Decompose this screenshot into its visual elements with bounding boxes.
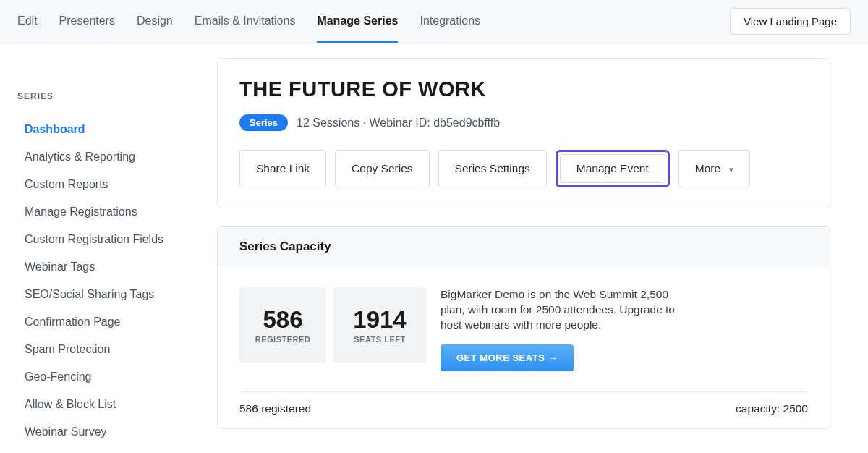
series-capacity-card: Series Capacity 586 REGISTERED 1914 SEAT… — [217, 226, 830, 429]
series-meta-text: 12 Sessions · Webinar ID: db5ed9cbfffb — [297, 117, 500, 130]
series-title: THE FUTURE OF WORK — [239, 77, 808, 101]
sidebar-heading: SERIES — [17, 91, 200, 101]
capacity-description: BigMarker Demo is on the Web Summit 2,50… — [441, 287, 679, 333]
sidebar-item-analytics[interactable]: Analytics & Reporting — [17, 143, 200, 171]
more-button[interactable]: More ▾ — [678, 150, 751, 187]
series-settings-button[interactable]: Series Settings — [438, 150, 547, 187]
series-meta-row: Series 12 Sessions · Webinar ID: db5ed9c… — [239, 114, 808, 131]
sidebar-item-seo-sharing-tags[interactable]: SEO/Social Sharing Tags — [17, 281, 200, 308]
sidebar-item-spam-protection[interactable]: Spam Protection — [17, 336, 200, 363]
tab-design[interactable]: Design — [137, 0, 173, 43]
seats-left-count: 1914 — [353, 306, 406, 334]
tab-presenters[interactable]: Presenters — [59, 0, 115, 43]
sidebar-item-custom-registration-fields[interactable]: Custom Registration Fields — [17, 226, 200, 253]
tab-integrations[interactable]: Integrations — [420, 0, 480, 43]
capacity-row: 586 REGISTERED 1914 SEATS LEFT BigMarker… — [239, 287, 808, 371]
series-pill: Series — [239, 114, 288, 131]
sidebar-item-confirmation-page[interactable]: Confirmation Page — [17, 308, 200, 336]
view-landing-page-button[interactable]: View Landing Page — [730, 8, 851, 35]
registered-label: REGISTERED — [255, 335, 311, 344]
sidebar-item-custom-reports[interactable]: Custom Reports — [17, 171, 200, 198]
sidebar-item-geo-fencing[interactable]: Geo-Fencing — [17, 363, 200, 391]
capacity-footer: 586 registered capacity: 2500 — [239, 402, 808, 415]
sidebar: SERIES Dashboard Analytics & Reporting C… — [0, 58, 217, 446]
seats-left-label: SEATS LEFT — [354, 335, 405, 344]
top-tabs: Edit Presenters Design Emails & Invitati… — [17, 0, 730, 43]
sidebar-list: Dashboard Analytics & Reporting Custom R… — [17, 116, 200, 446]
footer-registered: 586 registered — [239, 402, 311, 415]
footer-capacity: capacity: 2500 — [736, 402, 808, 415]
series-actions: Share Link Copy Series Series Settings M… — [239, 150, 808, 187]
manage-event-highlight: Manage Event — [556, 150, 670, 187]
tab-manage-series[interactable]: Manage Series — [317, 0, 398, 43]
tab-edit[interactable]: Edit — [17, 0, 38, 43]
sidebar-item-webinar-survey[interactable]: Webinar Survey — [17, 418, 200, 446]
copy-series-button[interactable]: Copy Series — [335, 150, 429, 187]
registered-tile: 586 REGISTERED — [239, 287, 326, 363]
get-more-seats-button[interactable]: GET MORE SEATS → — [441, 344, 574, 371]
top-nav: Edit Presenters Design Emails & Invitati… — [0, 0, 868, 43]
sidebar-item-dashboard[interactable]: Dashboard — [17, 116, 200, 143]
tab-emails-invitations[interactable]: Emails & Invitations — [195, 0, 296, 43]
capacity-divider — [239, 391, 808, 392]
registered-count: 586 — [263, 306, 302, 334]
series-capacity-heading: Series Capacity — [218, 226, 830, 267]
chevron-down-icon: ▾ — [729, 165, 733, 174]
manage-event-button[interactable]: Manage Event — [560, 154, 665, 183]
sidebar-item-allow-block-list[interactable]: Allow & Block List — [17, 391, 200, 418]
capacity-text-column: BigMarker Demo is on the Web Summit 2,50… — [433, 287, 808, 371]
main-content: THE FUTURE OF WORK Series 12 Sessions · … — [217, 58, 868, 446]
series-header-card: THE FUTURE OF WORK Series 12 Sessions · … — [217, 58, 830, 208]
sidebar-item-webinar-tags[interactable]: Webinar Tags — [17, 253, 200, 281]
sidebar-item-manage-registrations[interactable]: Manage Registrations — [17, 198, 200, 226]
share-link-button[interactable]: Share Link — [239, 150, 326, 187]
seats-left-tile: 1914 SEATS LEFT — [333, 287, 426, 363]
more-label: More — [695, 162, 720, 174]
